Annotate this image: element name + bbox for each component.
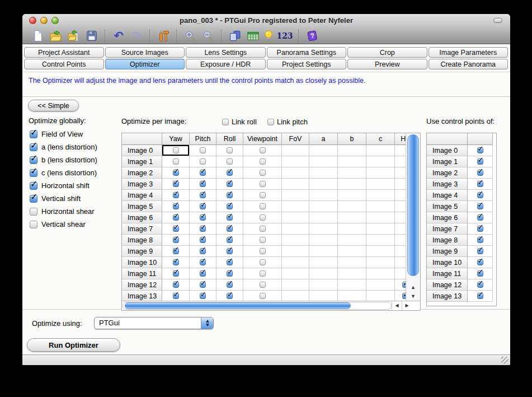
pitch-checkbox-image-4[interactable] (200, 192, 206, 198)
yaw-checkbox-image-3[interactable] (173, 181, 179, 187)
title-bar[interactable]: pano_003 * - PTGui Pro registered to Pet… (22, 14, 510, 27)
pitch-checkbox-image-2[interactable] (200, 170, 206, 176)
roll-checkbox-image-10[interactable] (227, 259, 233, 265)
yaw-checkbox-image-9[interactable] (173, 248, 179, 254)
roll-checkbox-image-13[interactable] (227, 293, 233, 299)
new-project-icon[interactable] (31, 29, 45, 43)
vertical-scrollbar-thumb[interactable] (407, 134, 419, 276)
viewpoint-checkbox-image-9[interactable] (260, 248, 266, 254)
tools-icon[interactable] (157, 29, 170, 43)
pitch-checkbox-image-7[interactable] (200, 226, 206, 232)
minimize-button[interactable] (40, 17, 48, 24)
viewpoint-checkbox-image-12[interactable] (260, 282, 266, 288)
roll-checkbox-image-9[interactable] (227, 248, 233, 254)
tab-project-assistant[interactable]: Project Assistant (24, 47, 104, 58)
cp-checkbox-image-8[interactable] (477, 237, 483, 243)
viewpoint-checkbox-image-2[interactable] (260, 170, 266, 176)
cp-checkbox-image-5[interactable] (477, 203, 483, 209)
viewpoint-checkbox-image-7[interactable] (260, 226, 266, 232)
yaw-checkbox-image-2[interactable] (173, 170, 179, 176)
yaw-checkbox-image-13[interactable] (173, 293, 179, 299)
tab-create-panorama[interactable]: Create Panorama (429, 59, 509, 69)
roll-checkbox-image-7[interactable] (227, 226, 233, 232)
horizontal-scrollbar[interactable]: ◀ ▶ (122, 301, 420, 310)
roll-checkbox-image-11[interactable] (227, 270, 233, 277)
pitch-checkbox-image-3[interactable] (200, 181, 206, 187)
cp-checkbox-image-1[interactable] (477, 158, 483, 165)
pitch-checkbox-image-5[interactable] (200, 203, 206, 209)
pitch-checkbox-image-11[interactable] (200, 270, 206, 277)
lightbulb-icon[interactable] (264, 29, 273, 43)
cp-checkbox-image-6[interactable] (477, 214, 483, 221)
viewpoint-checkbox-image-11[interactable] (260, 270, 266, 277)
cp-checkbox-image-4[interactable] (477, 192, 483, 198)
support-badge-icon[interactable]: ? (305, 29, 319, 43)
vertical-scrollbar[interactable]: ▲ ▼ (406, 133, 420, 301)
zoom-out-icon[interactable] (201, 29, 215, 43)
viewpoint-checkbox-image-5[interactable] (260, 203, 266, 209)
tab-panorama-settings[interactable]: Panorama Settings (267, 47, 347, 58)
checkbox-horizontal-shift[interactable] (30, 182, 37, 190)
zoom-button[interactable] (51, 17, 59, 24)
checkbox-vertical-shift[interactable] (30, 195, 37, 203)
tab-preview[interactable]: Preview (347, 59, 427, 69)
cp-checkbox-image-13[interactable] (477, 293, 483, 299)
yaw-checkbox-image-4[interactable] (173, 192, 179, 198)
viewpoint-checkbox-image-0[interactable] (260, 147, 266, 153)
undo-icon[interactable]: ↶ (112, 29, 125, 43)
roll-checkbox-image-5[interactable] (227, 203, 233, 209)
numeric-123-icon[interactable]: 123 (277, 29, 292, 43)
link-roll-checkbox[interactable] (222, 119, 229, 125)
viewpoint-checkbox-image-13[interactable] (260, 293, 266, 299)
cp-checkbox-image-3[interactable] (477, 181, 483, 187)
viewpoint-checkbox-image-10[interactable] (260, 259, 266, 265)
image-pages-icon[interactable] (228, 29, 242, 43)
roll-checkbox-image-1[interactable] (227, 158, 233, 165)
tab-image-parameters[interactable]: Image Parameters (429, 47, 509, 58)
scroll-up-arrow[interactable]: ▲ (406, 283, 420, 292)
pitch-checkbox-image-9[interactable] (200, 248, 206, 254)
scroll-left-arrow[interactable]: ◀ (392, 301, 402, 310)
checkbox-a-lens-distortion[interactable] (30, 143, 37, 151)
tab-control-points[interactable]: Control Points (24, 59, 104, 69)
zoom-in-icon[interactable] (183, 29, 197, 43)
collapse-toolbar-button[interactable] (493, 18, 502, 23)
viewpoint-checkbox-image-6[interactable] (260, 214, 266, 221)
viewpoint-checkbox-image-4[interactable] (260, 192, 266, 198)
yaw-checkbox-image-6[interactable] (173, 214, 179, 221)
cp-checkbox-image-0[interactable] (477, 147, 483, 153)
checkbox-b-lens-distortion[interactable] (30, 156, 37, 164)
scroll-right-arrow[interactable]: ▶ (402, 301, 412, 310)
roll-checkbox-image-2[interactable] (227, 170, 233, 176)
open-project-icon[interactable] (49, 29, 63, 43)
checkbox-vertical-shear[interactable] (30, 221, 37, 228)
yaw-checkbox-image-1[interactable] (173, 158, 179, 165)
simple-mode-button[interactable]: << Simple (28, 100, 79, 111)
yaw-checkbox-image-8[interactable] (173, 237, 179, 243)
pitch-checkbox-image-13[interactable] (200, 293, 206, 299)
roll-checkbox-image-0[interactable] (227, 147, 233, 153)
link-pitch-checkbox[interactable] (267, 119, 274, 125)
cp-checkbox-image-11[interactable] (477, 270, 483, 277)
pitch-checkbox-image-10[interactable] (200, 259, 206, 265)
cp-checkbox-image-7[interactable] (477, 226, 483, 232)
pitch-checkbox-image-1[interactable] (200, 158, 206, 165)
yaw-checkbox-image-5[interactable] (173, 203, 179, 209)
viewpoint-checkbox-image-8[interactable] (260, 237, 266, 243)
roll-checkbox-image-8[interactable] (227, 237, 233, 243)
checkbox-horizontal-shear[interactable] (30, 208, 37, 216)
close-button[interactable] (29, 17, 36, 24)
roll-checkbox-image-4[interactable] (227, 192, 233, 198)
run-optimizer-button[interactable]: Run Optimizer (27, 338, 120, 352)
cp-checkbox-image-9[interactable] (477, 248, 483, 254)
add-images-icon[interactable] (67, 29, 81, 43)
table-view-icon[interactable] (246, 29, 260, 43)
pitch-checkbox-image-8[interactable] (200, 237, 206, 243)
yaw-checkbox-image-7[interactable] (173, 226, 179, 232)
optimize-using-popup[interactable]: PTGui (94, 317, 214, 329)
scroll-down-arrow[interactable]: ▼ (406, 292, 420, 301)
pitch-checkbox-image-12[interactable] (200, 282, 206, 288)
horizontal-scrollbar-track[interactable] (123, 302, 392, 310)
tab-lens-settings[interactable]: Lens Settings (186, 47, 266, 58)
save-project-icon[interactable] (85, 29, 98, 43)
